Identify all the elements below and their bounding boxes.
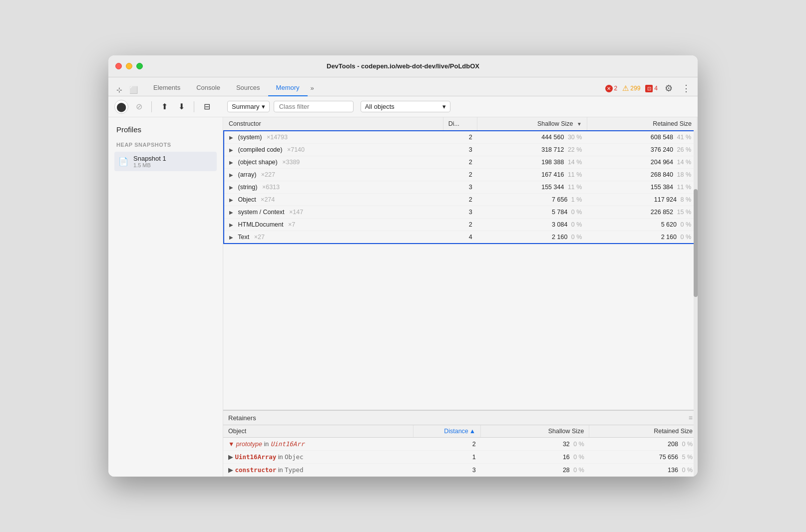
- heap-table-row[interactable]: ▶ (string) ×6313 3 155 344 11 % 155 384 …: [224, 181, 697, 194]
- heap-table-row[interactable]: ▶ (array) ×227 2 167 416 11 % 268 840 18…: [224, 169, 697, 181]
- shallow-size-cell: 2 160 0 %: [477, 231, 587, 244]
- retained-size-cell: 5 620 0 %: [587, 219, 697, 231]
- retained-size-cell: 155 384 11 %: [587, 181, 697, 194]
- distance-cell: 2: [443, 169, 477, 181]
- distance-cell: 2: [443, 131, 477, 144]
- upload-button[interactable]: ⬆: [158, 100, 171, 113]
- stop-button[interactable]: ⊘: [132, 100, 145, 113]
- expand-arrow[interactable]: ▶: [229, 135, 236, 140]
- close-button[interactable]: [115, 63, 122, 69]
- retainers-title: Retainers: [228, 414, 256, 422]
- constructor-name: Text: [238, 234, 249, 241]
- expand-arrow[interactable]: ▶: [228, 454, 233, 461]
- toolbar-divider-2: [194, 101, 194, 112]
- retainer-object-cell: ▶ constructor in Typed: [223, 464, 413, 477]
- shallow-size-cell: 155 344 11 %: [477, 181, 587, 194]
- error-badge[interactable]: ✕ 2: [605, 85, 618, 92]
- maximize-button[interactable]: [136, 63, 143, 69]
- class-filter-input[interactable]: [274, 101, 354, 112]
- tab-memory[interactable]: Memory: [268, 80, 308, 96]
- scrollbar-track[interactable]: [694, 117, 698, 477]
- shallow-size-cell: 167 416 11 %: [477, 169, 587, 181]
- retainer-col-retained: Retained Size: [589, 425, 698, 438]
- retainer-table-row[interactable]: ▼ prototype in Uint16Arr 2 32 0 % 208 0 …: [223, 438, 698, 451]
- constructor-count: ×274: [261, 196, 275, 203]
- tab-elements[interactable]: Elements: [145, 80, 188, 96]
- all-objects-arrow: ▾: [442, 103, 446, 110]
- expand-arrow[interactable]: ▶: [229, 185, 236, 190]
- retainer-col-distance[interactable]: Distance▲: [413, 425, 481, 438]
- toolbar-divider-1: [151, 101, 152, 112]
- scrollbar-thumb[interactable]: [694, 189, 698, 297]
- snapshot-size: 1.5 MB: [133, 162, 166, 168]
- retainer-object-cell: ▼ prototype in Uint16Arr: [223, 438, 413, 451]
- distance-cell: 3: [443, 144, 477, 156]
- sort-arrow-shallow: ▼: [577, 121, 582, 127]
- expand-arrow[interactable]: ▶: [229, 222, 236, 228]
- retainers-scrollbar-indicator: ≡: [689, 414, 693, 422]
- expand-arrow[interactable]: ▶: [228, 467, 233, 474]
- expand-arrow[interactable]: ▶: [229, 235, 236, 240]
- retainer-col-shallow: Shallow Size: [481, 425, 589, 438]
- settings-icon[interactable]: ⚙: [663, 81, 675, 96]
- summary-dropdown[interactable]: Summary ▾: [227, 101, 270, 112]
- minimize-button[interactable]: [126, 63, 132, 69]
- shallow-size-cell: 318 712 22 %: [477, 144, 587, 156]
- constructor-count: ×27: [254, 234, 265, 241]
- retainer-shallow-cell: 32 0 %: [481, 438, 589, 451]
- retainer-object-cell: ▶ Uint16Array in Objec: [223, 451, 413, 464]
- expand-arrow[interactable]: ▶: [229, 172, 236, 178]
- more-options-icon[interactable]: ⋮: [680, 81, 693, 96]
- warning-badge[interactable]: ⚠ 299: [622, 84, 640, 93]
- retainer-link: Uint16Arr: [271, 440, 305, 448]
- all-objects-dropdown[interactable]: All objects ▾: [361, 101, 450, 112]
- shallow-size-cell: 198 388 14 %: [477, 156, 587, 169]
- heap-table-row[interactable]: ▶ (compiled code) ×7140 3 318 712 22 % 3…: [224, 144, 697, 156]
- retainer-name: ▼ prototype: [228, 441, 262, 448]
- tab-more[interactable]: »: [308, 80, 317, 96]
- heap-table-row[interactable]: ▶ HTMLDocument ×7 2 3 084 0 % 5 620 0 %: [224, 219, 697, 231]
- download-button[interactable]: ⬇: [175, 100, 188, 113]
- expand-arrow[interactable]: ▶: [229, 160, 236, 165]
- heap-table-row[interactable]: ▶ (object shape) ×3389 2 198 388 14 % 20…: [224, 156, 697, 169]
- expand-arrow[interactable]: ▶: [229, 147, 236, 153]
- device-icon[interactable]: ⬜: [127, 84, 139, 96]
- retainers-section: Retainers ≡ Object Distance▲ Shallow Siz…: [223, 410, 698, 477]
- devtools-window: DevTools - codepen.io/web-dot-dev/live/P…: [108, 55, 698, 477]
- tab-sources[interactable]: Sources: [228, 80, 268, 96]
- tab-bar: ⊹ ⬜ Elements Console Sources Memory » ✕ …: [108, 77, 698, 96]
- constructor-count: ×3389: [282, 159, 300, 166]
- retainers-table: Object Distance▲ Shallow Size Retained S…: [223, 425, 698, 477]
- constructor-count: ×7: [288, 221, 295, 228]
- sidebar-title: Profiles: [114, 125, 217, 134]
- heap-table-row[interactable]: ▶ (system) ×14793 2 444 560 30 % 608 548…: [224, 131, 697, 144]
- heap-table-row[interactable]: ▶ Text ×27 4 2 160 0 % 2 160 0 %: [224, 231, 697, 244]
- shallow-size-cell: 7 656 1 %: [477, 194, 587, 206]
- shallow-size-cell: 444 560 30 %: [477, 131, 587, 144]
- distance-cell: 3: [443, 181, 477, 194]
- retained-size-cell: 268 840 18 %: [587, 169, 697, 181]
- retainer-table-row[interactable]: ▶ Uint16Array in Objec 1 16 0 % 75 656 5…: [223, 451, 698, 464]
- cursor-icon[interactable]: ⊹: [113, 84, 125, 96]
- expand-arrow[interactable]: ▶: [229, 197, 236, 203]
- snapshot-item[interactable]: 📄 Snapshot 1 1.5 MB: [114, 152, 217, 171]
- expand-arrow[interactable]: ▶: [229, 210, 236, 215]
- heap-table-row[interactable]: ▶ Object ×274 2 7 656 1 % 117 924 8 %: [224, 194, 697, 206]
- retained-size-cell: 376 240 26 %: [587, 144, 697, 156]
- all-objects-label: All objects: [365, 103, 395, 110]
- tab-console[interactable]: Console: [188, 80, 228, 96]
- col-header-shallow[interactable]: Shallow Size ▼: [477, 117, 587, 131]
- retainer-distance-cell: 3: [413, 464, 481, 477]
- issues-badge[interactable]: ⊡ 4: [645, 85, 658, 92]
- warning-icon: ⚠: [622, 84, 629, 93]
- heap-table-row[interactable]: ▶ system / Context ×147 3 5 784 0 % 226 …: [224, 206, 697, 219]
- retained-size-cell: 608 548 41 %: [587, 131, 697, 144]
- record-button[interactable]: ⬤: [114, 100, 128, 114]
- constructor-name: Object: [238, 196, 256, 203]
- col-header-di: Di...: [443, 117, 477, 131]
- retainer-link: Objec: [285, 453, 304, 461]
- clear-button[interactable]: ⊟: [200, 100, 213, 113]
- retainer-table-row[interactable]: ▶ constructor in Typed 3 28 0 % 136 0 %: [223, 464, 698, 477]
- title-bar: DevTools - codepen.io/web-dot-dev/live/P…: [108, 55, 698, 77]
- sidebar: Profiles HEAP SNAPSHOTS 📄 Snapshot 1 1.5…: [108, 117, 223, 477]
